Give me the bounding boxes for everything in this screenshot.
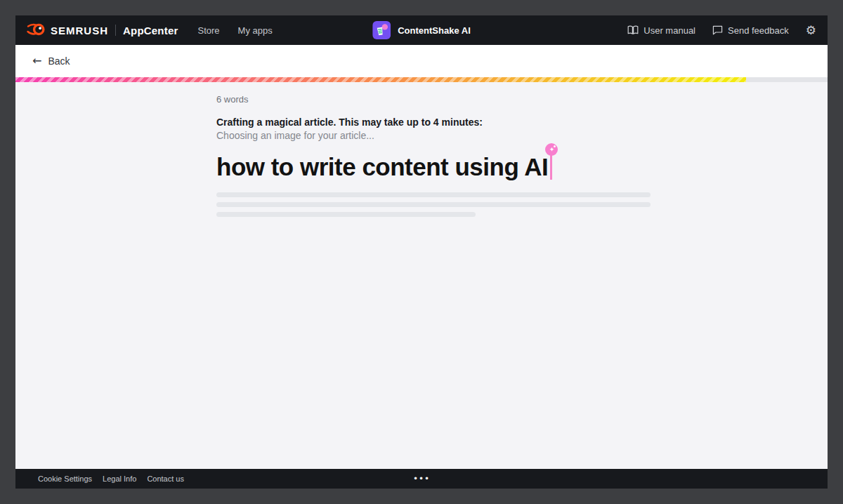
current-app: ContentShake AI (372, 15, 471, 45)
progress-bar-fill (15, 77, 746, 82)
chat-bubble-icon (712, 25, 723, 35)
app-title: ContentShake AI (398, 25, 471, 36)
semrush-logo[interactable]: SEMRUSH AppCenter (27, 22, 178, 39)
user-manual-button[interactable]: User manual (627, 25, 695, 36)
ellipsis-icon[interactable]: ••• (413, 475, 430, 483)
top-bar: SEMRUSH AppCenter Store My apps ContentS… (15, 15, 828, 45)
generation-status-title: Crafting a magical article. This may tak… (216, 116, 828, 129)
footer-link-cookie-settings[interactable]: Cookie Settings (38, 475, 92, 483)
article-generation-area: 6 words Crafting a magical article. This… (15, 82, 828, 469)
semrush-flame-icon (27, 22, 46, 39)
skeleton-bar (216, 192, 651, 197)
sparkle-icon: ✦ (545, 143, 558, 156)
user-manual-label: User manual (643, 25, 695, 36)
brand-divider (115, 25, 116, 36)
top-actions: User manual Send feedback ⚙ (627, 25, 816, 37)
send-feedback-label: Send feedback (728, 25, 789, 36)
book-icon (627, 25, 639, 35)
loading-skeleton (216, 192, 828, 217)
skeleton-bar (216, 202, 651, 207)
top-nav: Store My apps (198, 25, 273, 36)
word-count: 6 words (216, 93, 828, 106)
app-window: SEMRUSH AppCenter Store My apps ContentS… (15, 15, 828, 489)
back-label: Back (48, 55, 70, 67)
skeleton-bar (216, 212, 476, 217)
ai-writing-caret: ✦ (550, 152, 552, 180)
nav-item-my-apps[interactable]: My apps (238, 25, 273, 36)
brand-product: AppCenter (123, 25, 178, 37)
nav-item-store[interactable]: Store (198, 25, 220, 36)
footer-bar: Cookie Settings Legal Info Contact us ••… (15, 469, 828, 489)
send-feedback-button[interactable]: Send feedback (712, 25, 789, 36)
gear-icon[interactable]: ⚙ (806, 25, 816, 37)
brand-name: SEMRUSH (51, 25, 108, 37)
back-bar: ← Back (15, 45, 828, 77)
footer-link-contact-us[interactable]: Contact us (147, 475, 184, 483)
footer-links: Cookie Settings Legal Info Contact us (38, 475, 184, 483)
contentshake-app-icon (372, 21, 391, 39)
article-heading-text: how to write content using AI (216, 153, 548, 180)
article-heading: how to write content using AI✦ (216, 150, 828, 184)
footer-link-legal-info[interactable]: Legal Info (103, 475, 136, 483)
back-arrow-icon: ← (32, 55, 41, 67)
progress-bar-track (15, 77, 828, 82)
generation-status-detail: Choosing an image for your article... (216, 129, 828, 142)
back-button[interactable]: ← Back (32, 55, 70, 67)
